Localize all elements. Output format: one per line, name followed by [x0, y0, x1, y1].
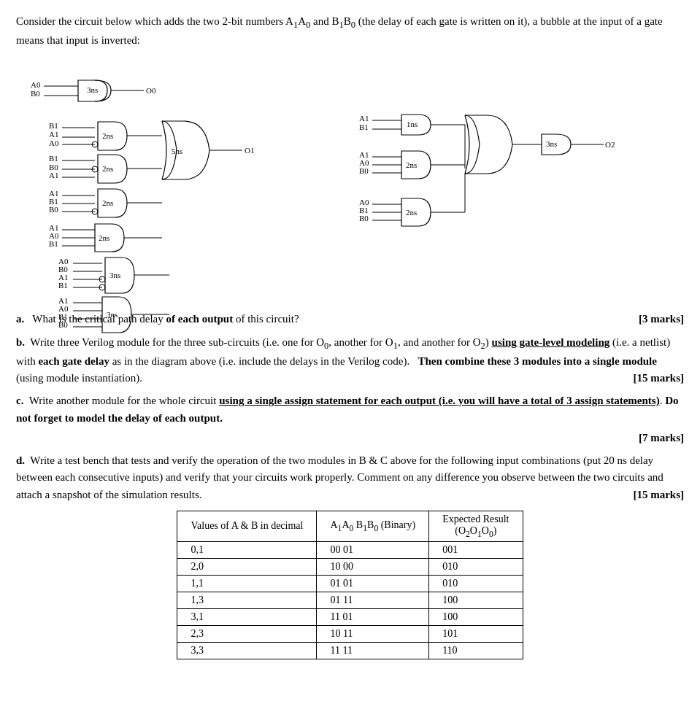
question-a-bold: of each output [166, 313, 234, 325]
table-cell: 110 [429, 642, 523, 659]
table-cell: 101 [429, 625, 523, 642]
svg-text:B0: B0 [49, 205, 58, 214]
question-c-underline: using a single assign statement for each… [219, 395, 659, 406]
result-table: Values of A & B in decimal A1A0 B1B0 (Bi… [177, 511, 523, 659]
table-row: 3,111 01100 [177, 608, 523, 625]
table-cell: 01 11 [317, 592, 429, 608]
question-c-marks: [7 marks] [16, 430, 684, 446]
question-d-marks: [15 marks] [633, 487, 684, 503]
question-a: a. What is the critical path delay of ea… [16, 311, 684, 328]
question-c: c. Write another module for the whole ci… [16, 392, 684, 446]
question-d: d. Write a test bench that tests and ver… [16, 452, 684, 503]
question-b-text: b. Write three Verilog module for the th… [16, 334, 684, 387]
table-header-1: Values of A & B in decimal [177, 511, 317, 541]
table-row: 1,101 01010 [177, 575, 523, 592]
circuit-area: A0 B0 3ns O0 B1 A1 A0 2ns B1 B0 A1 [16, 55, 684, 303]
table-row: 2,310 11101 [177, 625, 523, 642]
table-header-3: Expected Result(O2O1O0) [429, 511, 523, 541]
svg-text:B0: B0 [31, 89, 40, 98]
svg-text:3ns: 3ns [87, 85, 98, 94]
svg-text:2ns: 2ns [406, 160, 417, 169]
table-row: 3,311 11110 [177, 642, 523, 659]
svg-text:A1: A1 [49, 171, 58, 179]
question-b: b. Write three Verilog module for the th… [16, 334, 684, 387]
svg-text:B1: B1 [359, 123, 369, 131]
svg-text:A1: A1 [359, 114, 369, 123]
svg-text:B1: B1 [49, 154, 58, 163]
svg-text:B1: B1 [58, 281, 68, 290]
question-b-marks: [15 marks] [633, 370, 684, 387]
table-row: 0,100 01001 [177, 541, 523, 558]
intro-text: Consider the circuit below which adds th… [16, 13, 684, 48]
question-a-label: a. [16, 313, 24, 325]
question-b-bold2: Then combine these 3 modules into a sing… [418, 355, 657, 367]
table-cell: 2,3 [177, 625, 317, 642]
question-b-underline: using gate-level modeling [492, 336, 610, 348]
question-d-label: d. [16, 454, 25, 466]
question-b-bold1: each gate delay [38, 355, 109, 367]
table-cell: 10 11 [317, 625, 429, 642]
table-cell: 00 01 [317, 541, 429, 558]
table-header-2: A1A0 B1B0 (Binary) [317, 511, 429, 541]
circuit-right: A1 B1 1ns A1 A0 B0 2ns 3ns O2 A0 B1 B0 [352, 99, 658, 289]
table-cell: 2,0 [177, 558, 317, 575]
table-cell: 010 [429, 558, 523, 575]
svg-text:B1: B1 [49, 121, 58, 130]
circuit-left: A0 B0 3ns O0 B1 A1 A0 2ns B1 B0 A1 [16, 55, 352, 303]
question-c-text: c. Write another module for the whole ci… [16, 392, 684, 427]
svg-text:2ns: 2ns [102, 198, 113, 207]
question-b-label: b. [16, 336, 25, 348]
svg-text:O2: O2 [605, 140, 615, 149]
svg-text:2ns: 2ns [406, 208, 417, 217]
table-row: 2,010 00010 [177, 558, 523, 575]
svg-text:2ns: 2ns [102, 164, 113, 173]
svg-text:3ns: 3ns [109, 271, 120, 279]
svg-text:3ns: 3ns [546, 139, 557, 148]
question-d-text: d. Write a test bench that tests and ver… [16, 452, 684, 503]
svg-text:B0: B0 [359, 166, 369, 175]
table-cell: 11 01 [317, 608, 429, 625]
svg-text:O0: O0 [146, 86, 156, 95]
svg-text:B0: B0 [359, 214, 369, 222]
table-cell: 01 01 [317, 575, 429, 592]
table-cell: 3,3 [177, 642, 317, 659]
svg-text:2ns: 2ns [99, 233, 109, 242]
table-cell: 10 00 [317, 558, 429, 575]
svg-text:2ns: 2ns [102, 131, 113, 140]
table-cell: 010 [429, 575, 523, 592]
table-cell: 0,1 [177, 541, 317, 558]
table-cell: 11 11 [317, 642, 429, 659]
table-cell: 1,3 [177, 592, 317, 608]
table-cell: 1,1 [177, 575, 317, 592]
table-cell: 3,1 [177, 608, 317, 625]
svg-text:A0: A0 [31, 80, 41, 89]
svg-text:1ns: 1ns [407, 120, 418, 128]
svg-text:5ns: 5ns [172, 147, 182, 155]
svg-text:B1: B1 [49, 239, 58, 248]
svg-text:A1: A1 [49, 130, 58, 139]
question-a-marks: [3 marks] [639, 311, 684, 328]
question-c-label: c. [16, 395, 23, 406]
svg-text:A0: A0 [49, 139, 59, 147]
table-row: 1,301 11100 [177, 592, 523, 608]
table-cell: 100 [429, 608, 523, 625]
table-cell: 001 [429, 541, 523, 558]
svg-text:O1: O1 [245, 146, 254, 155]
table-cell: 100 [429, 592, 523, 608]
